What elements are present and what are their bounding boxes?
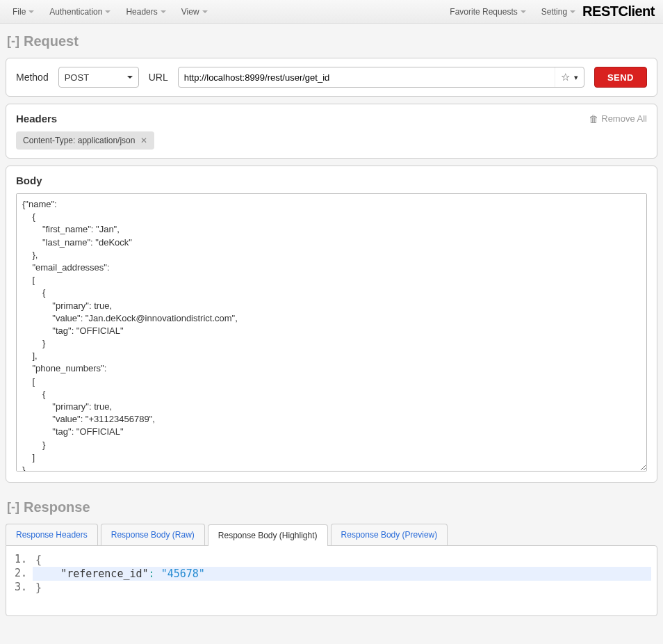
menu-favorite-requests[interactable]: Favorite Requests bbox=[443, 4, 532, 19]
response-tabs: Response Headers Response Body (Raw) Res… bbox=[6, 524, 657, 545]
menu-authentication[interactable]: Authentication bbox=[42, 4, 117, 19]
response-code: 1.{ 2. "reference_id": "45678" 3.} bbox=[12, 553, 651, 595]
top-menu-bar: File Authentication Headers View Favorit… bbox=[0, 0, 663, 24]
body-textarea[interactable] bbox=[16, 193, 647, 472]
line-number: 2. bbox=[12, 567, 33, 581]
response-title: Response bbox=[24, 499, 90, 515]
menu-left: File Authentication Headers View bbox=[6, 4, 215, 19]
headers-panel: Headers 🗑 Remove All Content-Type: appli… bbox=[6, 104, 657, 159]
caret-icon bbox=[161, 10, 166, 13]
tab-response-body-highlight[interactable]: Response Body (Highlight) bbox=[208, 524, 328, 546]
caret-icon bbox=[570, 10, 575, 13]
menu-view[interactable]: View bbox=[174, 4, 215, 19]
caret-icon bbox=[521, 10, 526, 13]
json-value: "45678" bbox=[161, 567, 205, 580]
json-key: "reference_id" bbox=[60, 567, 148, 580]
method-select[interactable]: POST bbox=[58, 67, 139, 88]
menu-auth-label: Authentication bbox=[49, 7, 102, 17]
request-section-header: [-] Request bbox=[0, 24, 663, 58]
menu-right: Favorite Requests Setting bbox=[443, 4, 582, 19]
line-number: 3. bbox=[12, 581, 33, 595]
url-input[interactable] bbox=[179, 67, 555, 87]
header-chip[interactable]: Content-Type: application/json ✕ bbox=[16, 131, 154, 150]
collapse-request-icon[interactable]: [-] bbox=[7, 34, 19, 49]
url-label: URL bbox=[149, 72, 168, 83]
method-value: POST bbox=[65, 72, 89, 83]
line-number: 1. bbox=[12, 553, 33, 567]
caret-icon bbox=[202, 10, 208, 13]
menu-headers-label: Headers bbox=[126, 7, 157, 17]
menu-view-label: View bbox=[181, 7, 199, 17]
json-colon: : bbox=[149, 567, 155, 580]
tab-response-body-preview[interactable]: Response Body (Preview) bbox=[331, 524, 448, 545]
caret-icon bbox=[28, 10, 34, 13]
menu-file-label: File bbox=[13, 7, 26, 17]
menu-headers[interactable]: Headers bbox=[119, 4, 172, 19]
menu-fav-label: Favorite Requests bbox=[450, 7, 517, 17]
chevron-down-icon[interactable]: ▾ bbox=[574, 73, 578, 82]
menu-setting[interactable]: Setting bbox=[534, 4, 582, 19]
tab-response-body-raw[interactable]: Response Body (Raw) bbox=[101, 524, 205, 545]
response-body-panel: 1.{ 2. "reference_id": "45678" 3.} bbox=[6, 545, 657, 616]
remove-header-icon[interactable]: ✕ bbox=[140, 136, 147, 145]
trash-icon: 🗑 bbox=[589, 113, 598, 124]
request-title: Request bbox=[24, 33, 79, 49]
brace-open: { bbox=[35, 554, 42, 566]
chevron-down-icon bbox=[127, 76, 133, 79]
brace-close: } bbox=[35, 581, 42, 594]
body-panel: Body bbox=[6, 166, 657, 483]
remove-all-button[interactable]: 🗑 Remove All bbox=[589, 113, 647, 124]
remove-all-label: Remove All bbox=[601, 113, 647, 124]
brand-logo: RESTClient bbox=[582, 3, 657, 19]
caret-icon bbox=[105, 10, 110, 13]
method-label: Method bbox=[16, 72, 49, 83]
star-icon[interactable]: ☆ bbox=[561, 71, 570, 83]
body-title: Body bbox=[16, 175, 42, 186]
response-section-header: [-] Response bbox=[0, 490, 663, 524]
menu-file[interactable]: File bbox=[6, 4, 41, 19]
tab-response-headers[interactable]: Response Headers bbox=[6, 524, 98, 545]
menu-setting-label: Setting bbox=[541, 7, 567, 17]
header-chip-text: Content-Type: application/json bbox=[23, 136, 135, 145]
request-line-panel: Method POST URL ☆ ▾ SEND bbox=[6, 58, 657, 97]
send-button[interactable]: SEND bbox=[594, 67, 647, 88]
url-field-wrap: ☆ ▾ bbox=[178, 67, 584, 88]
collapse-response-icon[interactable]: [-] bbox=[7, 500, 19, 515]
headers-title: Headers bbox=[16, 113, 57, 124]
